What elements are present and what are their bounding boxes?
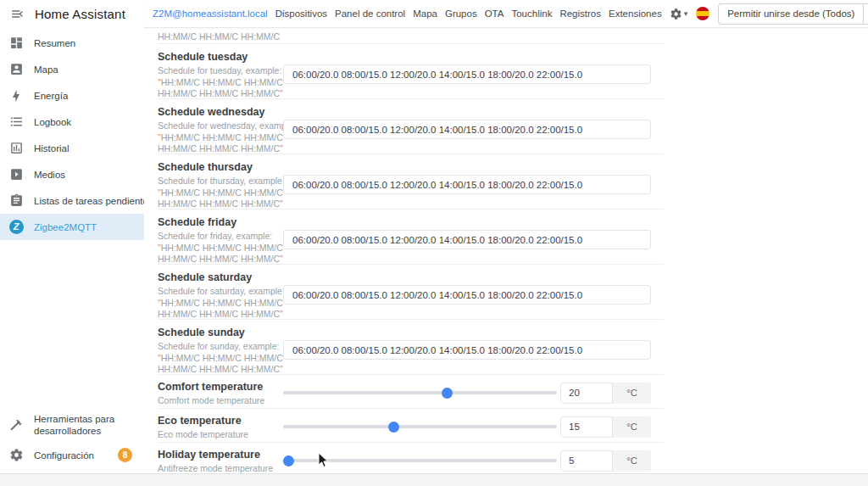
comfort-temperature-input[interactable] [560,383,613,404]
sidebar-item-label: Energía [34,91,68,101]
schedule-tuesday-row: Schedule tuesday Schedule for tuesday, e… [158,44,664,99]
field-title: Schedule thursday [158,161,283,173]
field-description: Schedule for sunday, example: [158,341,283,353]
sidebar-item-resumen[interactable]: Resumen [0,30,144,56]
unit-label: °C [613,383,651,404]
sidebar-item-dev-tools[interactable]: Herramientas para desarrolladores [0,408,144,442]
nav-link-ota[interactable]: OTA [485,8,504,19]
slider-track [283,391,557,394]
field-description: Schedule for wednesday, example: [158,120,283,132]
slider-handle[interactable] [283,455,294,466]
gear-icon [8,448,24,463]
sidebar-item-logbook[interactable]: Logbook [0,109,144,135]
field-description: Schedule for tuesday, example: [158,65,283,77]
topnav-right: ▾ Permitir unirse desde (Todos) ▾ [670,3,868,25]
sidebar-item-label: Resumen [34,38,75,48]
settings-rows: HH:MM/C HH:MM/C HH:MM/C Schedule tuesday… [158,28,664,473]
view-dashboard-icon [8,36,24,51]
nav-link-touchlink[interactable]: Touchlink [511,8,552,19]
main-area: Z2M@homeassistant.local Dispositivos Pan… [144,0,868,473]
sidebar: Home Assistant Resumen Mapa Energía [0,0,144,473]
account-box-icon [8,62,24,77]
comfort-temperature-slider[interactable] [283,381,557,405]
holiday-temperature-input[interactable] [560,450,613,472]
unit-label: °C [613,450,651,472]
schedule-friday-input[interactable] [283,230,651,249]
nav-link-extensiones[interactable]: Extensiones [609,8,662,19]
field-label: Schedule sunday Schedule for sunday, exa… [158,327,283,374]
nav-link-mapa[interactable]: Mapa [413,8,437,19]
schedule-wednesday-input[interactable] [283,120,651,139]
schedule-thursday-input[interactable] [283,175,651,194]
permit-join-caret[interactable]: ▾ [863,3,868,25]
nav-brand-link[interactable]: Z2M@homeassistant.local [153,8,268,19]
sidebar-header: Home Assistant [0,0,144,28]
field-title: Schedule friday [158,216,283,228]
field-input-wrap [283,120,664,154]
schedule-wednesday-row: Schedule wednesday Schedule for wednesda… [158,99,664,154]
field-label: Eco temperature Eco mode temperature [158,415,283,442]
gear-icon [670,8,682,20]
field-description: HH:MM/C HH:MM/C HH:MM/C" [158,309,283,321]
field-description: HH:MM/C HH:MM/C HH:MM/C" [158,364,283,376]
sidebar-item-configuracion[interactable]: Configuración 8 [0,442,144,468]
eco-temperature-row: Eco temperature Eco mode temperature °C [158,409,664,443]
spanish-flag-icon[interactable] [696,7,709,20]
sidebar-item-mapa[interactable]: Mapa [0,56,144,82]
field-input-wrap [283,175,664,209]
holiday-temperature-slider[interactable] [283,449,557,472]
eco-temperature-input[interactable] [560,416,613,438]
sidebar-item-label: Listas de tareas pendientes [34,196,153,206]
nav-link-dispositivos[interactable]: Dispositivos [275,8,327,19]
field-description: HH:MM/C HH:MM/C HH:MM/C" [158,143,283,155]
field-description: HH:MM/C HH:MM/C HH:MM/C" [158,198,283,210]
schedule-sunday-input[interactable] [283,340,651,360]
schedule-monday-partial-row: HH:MM/C HH:MM/C HH:MM/C [158,28,664,44]
field-description: "HH:MM/C HH:MM/C HH:MM/C [158,187,283,199]
settings-badge: 8 [118,448,132,462]
settings-dropdown[interactable]: ▾ [670,8,688,20]
sidebar-item-zigbee2mqtt[interactable]: Z Zigbee2MQTT [0,214,144,240]
eco-temperature-slider[interactable] [283,415,557,439]
slider-handle[interactable] [388,422,399,433]
field-input-wrap [283,230,664,264]
schedule-tuesday-input[interactable] [283,64,651,84]
sidebar-item-tareas[interactable]: Listas de tareas pendientes [0,187,144,214]
nav-link-panel-de-control[interactable]: Panel de control [335,8,405,19]
sidebar-item-historial[interactable]: Historial [0,135,144,161]
sidebar-item-label: Historial [34,143,70,154]
field-description: Schedule for saturday, example: [158,286,283,298]
field-label: Comfort temperature Comfort mode tempera… [158,381,283,408]
field-input-wrap: °C [283,415,664,439]
field-input-wrap: °C [283,381,664,405]
field-label: Schedule wednesday Schedule for wednesda… [158,106,283,154]
sidebar-item-label: Mapa [34,64,58,75]
permit-join-button[interactable]: Permitir unirse desde (Todos) [718,3,863,25]
sidebar-item-energia[interactable]: Energía [0,82,144,109]
unit-label: °C [613,416,651,438]
field-description: HH:MM/C HH:MM/C HH:MM/C" [158,254,283,265]
schedule-saturday-input[interactable] [283,285,651,304]
slider-handle[interactable] [442,388,453,399]
holiday-temperature-row: Holiday temperature Antifreeze mode temp… [158,443,664,473]
field-description: "HH:MM/C HH:MM/C HH:MM/C [158,77,283,89]
schedule-sunday-row: Schedule sunday Schedule for sunday, exa… [158,320,664,375]
slider-track [283,459,557,462]
nav-link-registros[interactable]: Registros [559,8,601,19]
hammer-icon [8,417,24,433]
field-title: Schedule wednesday [158,106,283,118]
nav-link-grupos[interactable]: Grupos [445,8,477,19]
menu-open-icon[interactable] [8,6,25,23]
field-title: Eco temperature [158,415,283,427]
slider-track [283,425,557,428]
comfort-temperature-row: Comfort temperature Comfort mode tempera… [158,375,664,409]
schedule-saturday-row: Schedule saturday Schedule for saturday,… [158,265,664,320]
field-description: HH:MM/C HH:MM/C HH:MM/C [158,31,664,43]
z2m-topnav: Z2M@homeassistant.local Dispositivos Pan… [144,0,868,28]
field-description: "HH:MM/C HH:MM/C HH:MM/C [158,353,283,365]
permit-join-split-button: Permitir unirse desde (Todos) ▾ [718,3,868,25]
field-description: "HH:MM/C HH:MM/C HH:MM/C [158,298,283,310]
sidebar-item-medios[interactable]: Medios [0,161,144,187]
play-box-icon [8,167,24,182]
field-description: HH:MM/C HH:MM/C HH:MM/C" [158,88,283,100]
